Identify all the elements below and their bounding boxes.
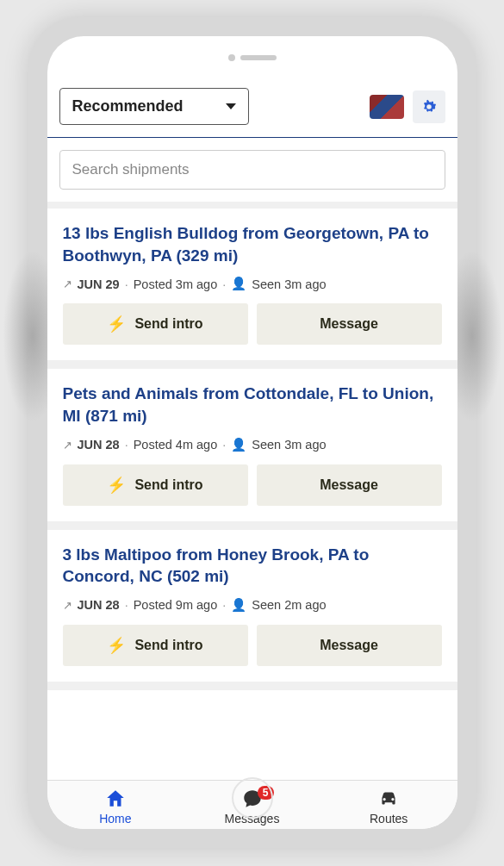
brand-logo[interactable] <box>370 95 404 119</box>
nav-home-label: Home <box>99 812 131 826</box>
shipment-meta: ↗ JUN 29 · Posted 3m ago · 👤 Seen 3m ago <box>63 277 442 291</box>
message-label: Message <box>320 638 378 653</box>
outbound-icon: ↗ <box>63 599 72 612</box>
nav-routes-label: Routes <box>370 812 408 826</box>
car-icon <box>377 788 400 810</box>
send-intro-label: Send intro <box>134 638 202 653</box>
shipment-card: Pets and Animals from Cottondale, FL to … <box>47 369 457 529</box>
send-intro-button[interactable]: ⚡ Send intro <box>63 625 248 666</box>
shipment-title[interactable]: Pets and Animals from Cottondale, FL to … <box>63 383 442 427</box>
phone-frame: Recommended 13 lbs English Bulldog from … <box>28 17 476 848</box>
seen-label: Seen 2m ago <box>252 598 326 612</box>
shipment-date: JUN 29 <box>78 277 120 291</box>
top-bar: Recommended <box>47 79 457 138</box>
posted-label: Posted 9m ago <box>134 598 218 612</box>
person-icon: 👤 <box>231 277 246 291</box>
message-button[interactable]: Message <box>257 303 442 345</box>
search-container <box>47 138 457 209</box>
send-intro-label: Send intro <box>134 316 202 332</box>
message-button[interactable]: Message <box>257 464 442 506</box>
shipment-card: 13 lbs English Bulldog from Georgetown, … <box>47 209 457 369</box>
settings-button[interactable] <box>413 90 445 123</box>
sort-dropdown[interactable]: Recommended <box>59 88 249 125</box>
outbound-icon: ↗ <box>63 439 72 452</box>
bolt-icon: ⚡ <box>107 476 126 495</box>
posted-label: Posted 4m ago <box>134 438 218 452</box>
shipment-card: 3 lbs Maltipoo from Honey Brook, PA to C… <box>47 530 457 690</box>
posted-label: Posted 3m ago <box>134 277 218 291</box>
search-input[interactable] <box>59 150 445 190</box>
shipment-date: JUN 28 <box>78 598 120 612</box>
shipment-meta: ↗ JUN 28 · Posted 9m ago · 👤 Seen 2m ago <box>63 598 442 613</box>
home-icon <box>104 788 127 810</box>
home-button[interactable] <box>232 777 273 819</box>
send-intro-button[interactable]: ⚡ Send intro <box>63 464 248 506</box>
message-label: Message <box>320 477 378 493</box>
person-icon: 👤 <box>231 438 246 452</box>
bolt-icon: ⚡ <box>107 636 126 655</box>
bolt-icon: ⚡ <box>107 315 126 333</box>
outbound-icon: ↗ <box>63 277 72 290</box>
send-intro-label: Send intro <box>134 477 202 493</box>
shipment-title[interactable]: 13 lbs English Bulldog from Georgetown, … <box>63 222 442 266</box>
gear-icon <box>420 97 439 116</box>
person-icon: 👤 <box>231 598 246 613</box>
phone-screen: Recommended 13 lbs English Bulldog from … <box>47 36 457 829</box>
seen-label: Seen 3m ago <box>252 277 326 291</box>
sort-label: Recommended <box>72 97 184 115</box>
shipment-date: JUN 28 <box>78 438 120 452</box>
shipments-list: 13 lbs English Bulldog from Georgetown, … <box>47 209 457 780</box>
message-label: Message <box>320 316 378 332</box>
nav-home[interactable]: Home <box>47 788 184 826</box>
message-button[interactable]: Message <box>257 625 442 666</box>
shipment-meta: ↗ JUN 28 · Posted 4m ago · 👤 Seen 3m ago <box>63 438 442 452</box>
send-intro-button[interactable]: ⚡ Send intro <box>63 303 248 345</box>
seen-label: Seen 3m ago <box>252 438 326 452</box>
shipment-title[interactable]: 3 lbs Maltipoo from Honey Brook, PA to C… <box>63 544 442 588</box>
nav-routes[interactable]: Routes <box>320 788 457 826</box>
chevron-down-icon <box>226 103 236 109</box>
phone-notch <box>47 36 457 79</box>
